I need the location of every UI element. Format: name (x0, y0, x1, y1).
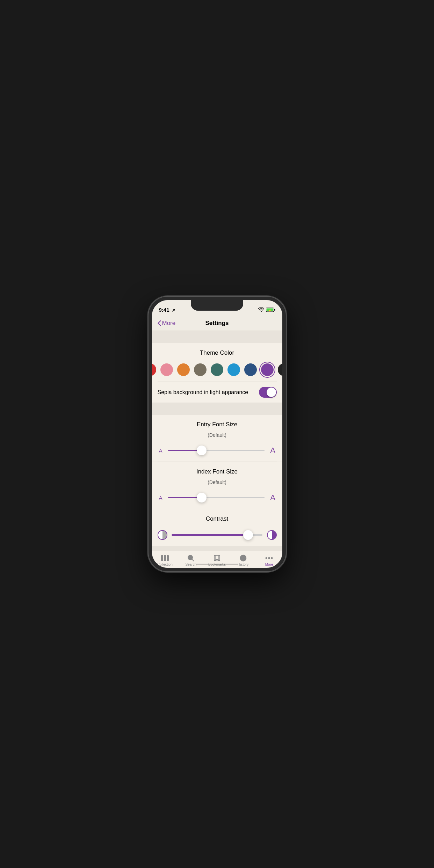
tab-bar: Collection Search Bookmarks (152, 551, 282, 568)
tab-history-label: History (238, 563, 248, 566)
status-icons: ⚡ (258, 308, 275, 312)
sepia-toggle[interactable] (259, 387, 277, 398)
color-black[interactable] (278, 363, 282, 376)
back-button[interactable]: More (158, 320, 176, 327)
entry-font-header: Entry Font Size (152, 415, 282, 432)
color-blue[interactable] (227, 363, 240, 376)
svg-text:⚡: ⚡ (268, 308, 272, 312)
tab-search-label: Search (186, 563, 197, 566)
back-label: More (162, 320, 176, 327)
index-font-slider-row: A A (152, 489, 282, 509)
contrast-header: Contrast (152, 509, 282, 527)
entry-font-thumb[interactable] (197, 446, 207, 455)
tab-collection[interactable]: Collection (152, 554, 178, 566)
sepia-toggle-knob (267, 388, 276, 397)
status-time: 9:41 ↗ (159, 307, 175, 313)
home-indicator (196, 564, 238, 565)
index-font-header: Index Font Size (152, 462, 282, 479)
index-font-subtitle: (Default) (152, 479, 282, 489)
tab-more[interactable]: More (256, 554, 282, 566)
sepia-label: Sepia background in light apparance (158, 389, 259, 396)
color-navy[interactable] (244, 363, 257, 376)
collection-icon (160, 554, 169, 562)
index-font-large-a: A (269, 493, 277, 502)
history-icon (239, 554, 248, 562)
contrast-section: Contrast (152, 509, 282, 546)
section-divider-2 (152, 403, 282, 415)
svg-rect-5 (164, 555, 166, 561)
contrast-low-icon (158, 530, 167, 540)
entry-font-small-a: A (158, 448, 164, 454)
color-teal[interactable] (211, 363, 223, 376)
color-purple[interactable] (261, 363, 274, 376)
tab-collection-label: Collection (157, 563, 173, 566)
theme-color-section: Theme Color Sepia background in light ap… (152, 343, 282, 403)
color-orange[interactable] (177, 363, 190, 376)
svg-rect-1 (274, 309, 275, 311)
svg-rect-6 (167, 555, 169, 561)
svg-point-10 (268, 557, 270, 559)
tab-more-label: More (265, 563, 273, 566)
more-icon (265, 554, 274, 562)
location-icon: ↗ (172, 308, 175, 313)
entry-font-slider-row: A A (152, 442, 282, 462)
search-icon (186, 554, 195, 562)
phone-frame: 9:41 ↗ ⚡ More (149, 297, 286, 571)
index-font-small-a: A (158, 495, 164, 501)
page-title: Settings (205, 320, 229, 327)
contrast-high-icon (267, 530, 277, 540)
index-font-thumb[interactable] (197, 493, 207, 502)
notch (191, 300, 243, 311)
entry-font-slider[interactable] (168, 445, 265, 456)
index-font-section: Index Font Size (Default) A A (152, 462, 282, 509)
nav-bar: More Settings (152, 316, 282, 331)
contrast-slider[interactable] (172, 529, 263, 541)
entry-font-subtitle: (Default) (152, 432, 282, 442)
section-divider-1 (152, 331, 282, 343)
theme-color-header: Theme Color (152, 343, 282, 361)
contrast-slider-row (152, 527, 282, 546)
index-font-slider[interactable] (168, 492, 265, 503)
back-icon (158, 320, 161, 326)
svg-rect-4 (161, 555, 163, 561)
svg-point-11 (271, 557, 273, 559)
color-pink[interactable] (160, 363, 173, 376)
sepia-toggle-row: Sepia background in light apparance (152, 382, 282, 403)
svg-point-9 (266, 557, 267, 559)
wifi-icon (258, 308, 264, 312)
battery-icon: ⚡ (266, 308, 275, 312)
settings-content[interactable]: Theme Color Sepia background in light ap… (152, 331, 282, 551)
color-gray[interactable] (194, 363, 207, 376)
bookmarks-icon (212, 554, 222, 562)
color-red[interactable] (152, 363, 157, 376)
color-swatches (152, 361, 282, 382)
entry-font-large-a: A (269, 446, 277, 455)
section-divider-3 (152, 546, 282, 551)
entry-font-section: Entry Font Size (Default) A A (152, 415, 282, 462)
contrast-thumb[interactable] (243, 530, 253, 540)
